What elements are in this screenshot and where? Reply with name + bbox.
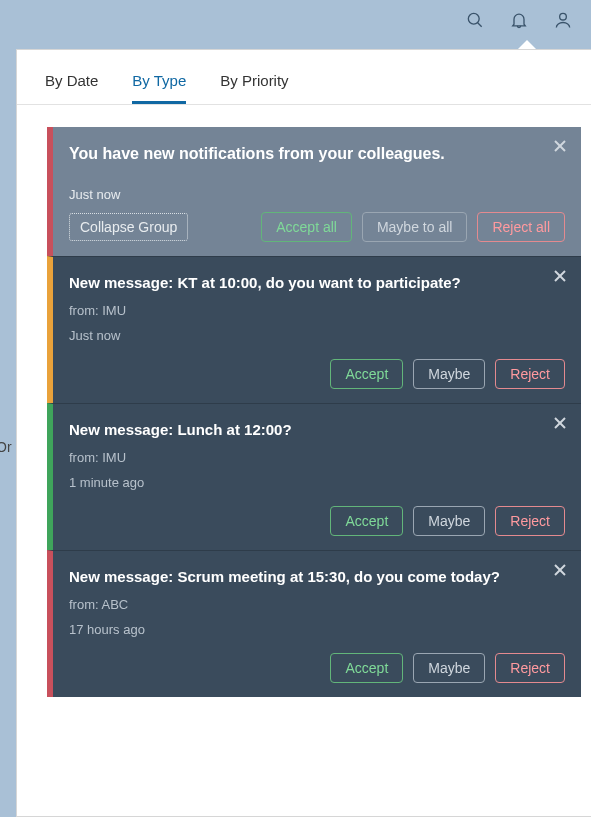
close-icon[interactable] [551, 137, 569, 155]
bg-frag-0: Or [0, 438, 12, 458]
tab-by-type[interactable]: By Type [132, 72, 186, 104]
group-header: You have new notifications from your col… [47, 127, 581, 256]
notification-title: New message: KT at 10:00, do you want to… [69, 273, 505, 293]
reject-button[interactable]: Reject [495, 359, 565, 389]
accept-all-button[interactable]: Accept all [261, 212, 352, 242]
maybe-button[interactable]: Maybe [413, 359, 485, 389]
notification-actions: Accept Maybe Reject [69, 653, 565, 683]
svg-point-2 [560, 13, 567, 20]
maybe-button[interactable]: Maybe [413, 653, 485, 683]
maybe-all-button[interactable]: Maybe to all [362, 212, 467, 242]
notification-actions: Accept Maybe Reject [69, 359, 565, 389]
background-text: Or ) [0, 438, 12, 477]
user-icon[interactable] [553, 10, 573, 30]
notification-title: New message: Scrum meeting at 15:30, do … [69, 567, 505, 587]
notification-card: New message: KT at 10:00, do you want to… [47, 256, 581, 403]
accept-button[interactable]: Accept [330, 506, 403, 536]
accept-button[interactable]: Accept [330, 653, 403, 683]
search-icon[interactable] [465, 10, 485, 30]
reject-button[interactable]: Reject [495, 653, 565, 683]
notification-from: from: ABC [69, 597, 565, 612]
group-title: You have new notifications from your col… [69, 143, 496, 165]
group-time: Just now [69, 187, 565, 202]
tab-by-priority[interactable]: By Priority [220, 72, 288, 104]
close-icon[interactable] [551, 414, 569, 432]
reject-all-button[interactable]: Reject all [477, 212, 565, 242]
collapse-group-button[interactable]: Collapse Group [69, 213, 188, 241]
notifications-scroll[interactable]: You have new notifications from your col… [17, 105, 591, 816]
accept-button[interactable]: Accept [330, 359, 403, 389]
notifications-panel: By Date By Type By Priority You have new… [16, 49, 591, 817]
close-icon[interactable] [551, 561, 569, 579]
notification-time: 1 minute ago [69, 475, 565, 490]
notification-title: New message: Lunch at 12:00? [69, 420, 505, 440]
close-icon[interactable] [551, 267, 569, 285]
topbar [0, 0, 591, 40]
svg-point-0 [468, 13, 479, 24]
tab-strip: By Date By Type By Priority [17, 50, 591, 105]
bg-frag-1: ) [0, 458, 12, 478]
notification-from: from: IMU [69, 303, 565, 318]
notification-from: from: IMU [69, 450, 565, 465]
svg-line-1 [478, 23, 482, 27]
notification-actions: Accept Maybe Reject [69, 506, 565, 536]
tab-by-date[interactable]: By Date [45, 72, 98, 104]
notification-time: Just now [69, 328, 565, 343]
notification-card: New message: Scrum meeting at 15:30, do … [47, 550, 581, 697]
notification-time: 17 hours ago [69, 622, 565, 637]
bell-icon[interactable] [509, 10, 529, 30]
notification-card: New message: Lunch at 12:00? from: IMU 1… [47, 403, 581, 550]
reject-button[interactable]: Reject [495, 506, 565, 536]
maybe-button[interactable]: Maybe [413, 506, 485, 536]
group-actions: Collapse Group Accept all Maybe to all R… [69, 212, 565, 242]
